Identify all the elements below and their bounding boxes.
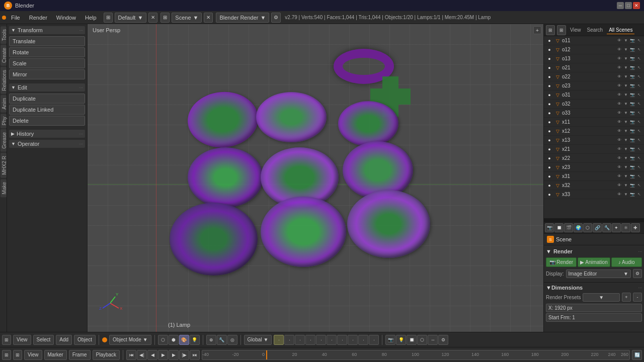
maximize-button[interactable]: □ — [625, 2, 632, 9]
minimize-button[interactable]: ─ — [617, 2, 624, 9]
outliner-icon-btn2[interactable]: ⊞ — [557, 25, 566, 35]
props-world-btn[interactable]: 🌍 — [574, 223, 583, 232]
timeline-playback-btn[interactable]: Playback — [93, 350, 120, 360]
workspace-dropdown[interactable]: Default ▼ — [115, 13, 147, 23]
translate-button[interactable]: Translate — [9, 36, 85, 46]
presets-btn[interactable]: ▼ — [583, 293, 620, 302]
play-btn[interactable]: ▶ — [158, 350, 168, 360]
outliner-item[interactable]: ● ▽ x21 👁 ▼ 📷 ↖ — [544, 145, 644, 154]
render-button[interactable]: 📷 Render — [546, 257, 577, 267]
history-header[interactable]: ▶ History ··· — [9, 130, 85, 138]
duplicate-button[interactable]: Duplicate — [9, 94, 85, 104]
grease-pencil-tab[interactable]: Grease — [1, 129, 7, 152]
layer-btn-10[interactable]: · — [369, 335, 379, 345]
outliner-vis-btn[interactable]: 👁 — [616, 47, 622, 53]
timeline-marker-btn[interactable]: Marker — [44, 350, 67, 360]
outliner-item[interactable]: ● ▽ o32 👁 ▼ 📷 ↖ — [544, 100, 644, 109]
prev-frame-btn[interactable]: ◀ — [147, 350, 157, 360]
outliner-item[interactable]: ● ▽ x23 👁 ▼ 📷 ↖ — [544, 163, 644, 172]
timeline-ruler[interactable]: -40 -20 0 20 40 60 80 100 120 140 160 18… — [202, 350, 630, 360]
outliner-item[interactable]: ● ▽ x33 👁 ▼ 📷 ↖ — [544, 190, 644, 199]
outliner-res-btn[interactable]: ▼ — [623, 47, 629, 53]
props-camera-btn[interactable]: 📷 — [545, 223, 554, 232]
outliner-item[interactable]: ● ▽ o22 👁 ▼ 📷 ↖ — [544, 72, 644, 81]
camera-btn[interactable]: 📷 — [385, 335, 395, 345]
layer-btn-7[interactable]: · — [337, 335, 347, 345]
outliner-item[interactable]: ● ▽ o23 👁 ▼ 📷 ↖ — [544, 81, 644, 90]
layer-btn-4[interactable]: · — [305, 335, 315, 345]
viewport-shading-wire-btn[interactable]: ⬡ — [158, 335, 168, 345]
mode-dropdown[interactable]: Object Mode ▼ — [109, 335, 151, 345]
scene-dropdown[interactable]: Scene ▼ — [172, 13, 202, 23]
window-menu[interactable]: Window — [52, 14, 80, 22]
layer-btn-1[interactable]: · — [274, 335, 284, 345]
outliner-item[interactable]: ● ▽ x12 👁 ▼ 📷 ↖ — [544, 127, 644, 136]
props-physics-btn[interactable]: ⚛ — [621, 223, 630, 232]
scene-btn[interactable]: 🔲 — [407, 335, 417, 345]
frame-start-value[interactable]: Start Frm: 1 — [546, 313, 642, 322]
file-menu[interactable]: File — [7, 14, 24, 22]
outliner-item[interactable]: ● ▽ o12 👁 ▼ 📷 ↖ — [544, 45, 644, 54]
outliner-item[interactable]: ● ▽ x32 👁 ▼ 📷 ↖ — [544, 181, 644, 190]
props-scene-btn[interactable]: 🎬 — [564, 223, 573, 232]
tools-tab[interactable]: Tools — [1, 26, 7, 44]
global-dropdown[interactable]: Global ▼ — [244, 335, 272, 345]
viewport-shading-render-btn[interactable]: 💡 — [190, 335, 200, 345]
outliner-item[interactable]: ● ▽ o11 👁 ▼ 📷 ↖ — [544, 36, 644, 45]
mhx2r-tab[interactable]: MHX2 R — [1, 153, 7, 178]
outliner-item[interactable]: ● ▽ o13 👁 ▼ 📷 ↖ — [544, 54, 644, 63]
display-settings-btn[interactable]: ⚙ — [633, 269, 642, 278]
outliner-select-btn[interactable]: ↖ — [636, 38, 642, 44]
manip-btn[interactable]: ↔ — [428, 335, 438, 345]
layer-btn-6[interactable]: · — [327, 335, 337, 345]
proportional-btn[interactable]: ◎ — [227, 335, 237, 345]
render-menu[interactable]: Render — [25, 14, 51, 22]
outliner-render-btn[interactable]: 📷 — [629, 38, 635, 44]
props-constraints-btn[interactable]: 🔗 — [593, 223, 602, 232]
viewport-plus-btn[interactable]: + — [533, 26, 541, 34]
delete-button[interactable]: Delete — [9, 116, 85, 126]
timeline-view-btn[interactable]: View — [24, 350, 42, 360]
audio-button[interactable]: ♪ Audio — [611, 257, 642, 267]
presets-remove-btn[interactable]: - — [633, 293, 642, 302]
make-tab[interactable]: Make — [1, 179, 7, 197]
timeline-icon-btn2[interactable]: ⊞ — [13, 350, 22, 360]
workspace-prev-btn[interactable]: ⊞ — [104, 13, 113, 23]
engine-settings-btn[interactable]: ⚙ — [271, 13, 281, 23]
resolution-x-value[interactable]: X: 1920 px — [546, 304, 642, 312]
create-tab[interactable]: Create — [1, 45, 7, 66]
dimensions-header[interactable]: ▼ Dimensions ··· — [546, 285, 642, 291]
layer-btn-3[interactable]: · — [295, 335, 305, 345]
render-section-header[interactable]: ▼ Render ··· — [546, 247, 642, 255]
relations-tab[interactable]: Relations — [1, 67, 7, 94]
viewport-shading-solid-btn[interactable]: ⬢ — [169, 335, 179, 345]
presets-add-btn[interactable]: + — [622, 293, 631, 302]
outliner-all-scenes-tab[interactable]: All Scenes — [607, 26, 634, 34]
prev-keyframe-btn[interactable]: ◀| — [137, 350, 147, 360]
props-render-btn[interactable]: 🔲 — [554, 223, 564, 232]
close-button[interactable]: ✕ — [633, 2, 640, 9]
outliner-ren-btn[interactable]: 📷 — [629, 47, 635, 53]
layer-btn-8[interactable]: · — [348, 335, 358, 345]
rotate-button[interactable]: Rotate — [9, 47, 85, 57]
outliner-icon-btn[interactable]: ⊞ — [546, 25, 555, 35]
help-menu[interactable]: Help — [81, 14, 101, 22]
snap-btn[interactable]: 🔧 — [217, 335, 227, 345]
extra-btn[interactable]: ⚙ — [438, 335, 448, 345]
outliner-visibility-btn[interactable]: 👁 — [616, 38, 622, 44]
next-keyframe-btn[interactable]: |▶ — [179, 350, 189, 360]
jump-start-btn[interactable]: ⏮ — [126, 350, 136, 360]
outliner-view-tab[interactable]: View — [568, 26, 583, 34]
timeline-frame-btn[interactable]: Frame — [69, 350, 91, 360]
props-object-btn[interactable]: ⬡ — [583, 223, 592, 232]
layer-btn-2[interactable]: · — [284, 335, 294, 345]
outliner-item[interactable]: ● ▽ x22 👁 ▼ 📷 ↖ — [544, 154, 644, 163]
outliner-item[interactable]: ● ▽ o31 👁 ▼ 📷 ↖ — [544, 90, 644, 100]
add-menu-btn[interactable]: Add — [56, 335, 72, 345]
outliner-item[interactable]: ● ▽ o21 👁 ▼ 📷 ↖ — [544, 63, 644, 72]
layer-btn-9[interactable]: · — [358, 335, 368, 345]
outliner-restrict-btn[interactable]: ▼ — [623, 38, 629, 44]
select-menu-btn[interactable]: Select — [33, 335, 54, 345]
viewport-icon-btn[interactable]: ⊞ — [2, 335, 11, 345]
sync-mode-btn[interactable]: 🔄 — [632, 350, 642, 360]
